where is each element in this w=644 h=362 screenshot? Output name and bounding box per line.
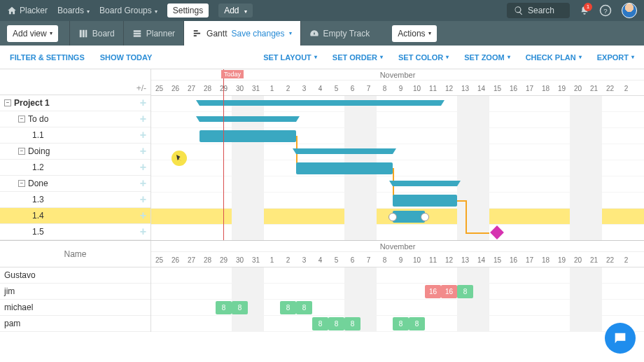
add-task-icon[interactable]: + [140, 225, 146, 238]
day-header: 2 [618, 252, 634, 267]
task-row[interactable]: −To do+ [0, 111, 150, 127]
nav-boards[interactable]: Boards▾ [57, 6, 90, 15]
resource-pane: Name Gustavojimmichaelpam November 25262… [0, 241, 644, 332]
export[interactable]: EXPORT▾ [597, 53, 634, 62]
workload-cell[interactable]: 16 [441, 285, 457, 298]
avatar[interactable] [622, 3, 637, 18]
day-header: 17 [522, 252, 538, 267]
workload-cell[interactable]: 8 [457, 285, 473, 298]
day-header: 18 [538, 81, 554, 96]
show-today[interactable]: SHOW TODAY [100, 53, 153, 62]
notif-badge: 1 [584, 3, 592, 11]
workload-cell[interactable]: 16 [425, 285, 441, 298]
collapse-icon[interactable]: − [4, 99, 11, 106]
task-row[interactable]: −Project 1+ [0, 95, 150, 111]
settings-button[interactable]: Settings [167, 4, 209, 18]
add-task-icon[interactable]: + [140, 161, 146, 174]
task-row[interactable]: 1.4+ [0, 208, 150, 224]
resize-handle[interactable] [388, 213, 397, 221]
check-plan[interactable]: CHECK PLAN▾ [526, 53, 582, 62]
workload-cell[interactable]: 8 [216, 301, 232, 314]
add-task-icon[interactable]: + [140, 129, 146, 141]
set-layout[interactable]: SET LAYOUT▾ [263, 53, 317, 62]
resource-row[interactable]: pam [0, 316, 150, 332]
workload-cell[interactable]: 8 [328, 317, 344, 330]
actions-button[interactable]: Actions ▾ [392, 25, 436, 42]
day-header: 25 [151, 252, 167, 267]
home-link[interactable]: Placker [7, 6, 48, 15]
workload-cell[interactable]: 8 [280, 301, 296, 314]
task-row[interactable]: 1.3+ [0, 192, 150, 208]
day-header: 10 [409, 81, 425, 96]
cursor-highlight [172, 151, 187, 166]
timeline[interactable]: November 2526272829303112345678910111213… [151, 69, 644, 240]
add-view-button[interactable]: Add view ▾ [7, 25, 58, 42]
add-task-icon[interactable]: + [140, 193, 146, 206]
save-changes-link[interactable]: Save changes [231, 29, 284, 39]
add-button[interactable]: Add ▾ [218, 4, 253, 18]
collapse-icon[interactable]: − [18, 180, 25, 187]
task-row[interactable]: 1.2+ [0, 160, 150, 176]
set-zoom[interactable]: SET ZOOM▾ [464, 53, 510, 62]
day-header: 30 [232, 81, 248, 96]
chat-fab[interactable] [605, 323, 636, 354]
resource-row[interactable]: Gustavo [0, 267, 150, 284]
task-row[interactable]: −Done+ [0, 176, 150, 192]
task-bar[interactable] [393, 195, 457, 207]
expand-all[interactable]: +/- [136, 83, 146, 93]
day-header: 20 [570, 81, 586, 96]
task-row[interactable]: 1.1+ [0, 127, 150, 144]
task-row[interactable]: −Doing+ [0, 144, 150, 160]
resize-handle[interactable] [421, 213, 429, 221]
add-task-icon[interactable]: + [140, 97, 146, 109]
search-box[interactable]: Search [507, 3, 570, 18]
search-label: Search [528, 6, 554, 15]
tab-planner[interactable]: Planner [123, 21, 183, 46]
summary-bar[interactable] [393, 181, 457, 186]
add-task-icon[interactable]: + [140, 209, 146, 222]
set-color[interactable]: SET COLOR▾ [398, 53, 449, 62]
add-task-icon[interactable]: + [140, 177, 146, 190]
chat-icon [612, 330, 628, 346]
day-header: 13 [457, 252, 473, 267]
set-order[interactable]: SET ORDER▾ [332, 53, 383, 62]
workload-cell[interactable]: 8 [232, 301, 248, 314]
add-task-icon[interactable]: + [140, 113, 146, 125]
tab-gantt[interactable]: Gantt Save changes ▾ [183, 21, 300, 46]
day-header: 8 [377, 252, 393, 267]
resource-row[interactable]: jim [0, 284, 150, 300]
workload-cell[interactable]: 8 [312, 317, 328, 330]
svg-text:?: ? [603, 7, 608, 15]
help-icon[interactable]: ? [599, 4, 612, 17]
tab-empty-track[interactable]: Empty Track [300, 21, 379, 46]
summary-bar[interactable] [296, 148, 393, 154]
resource-row[interactable]: michael [0, 300, 150, 316]
task-bar[interactable] [200, 130, 296, 142]
day-header: 22 [602, 252, 618, 267]
task-bar[interactable] [296, 162, 393, 174]
collapse-icon[interactable]: − [18, 116, 25, 123]
summary-bar[interactable] [200, 100, 441, 106]
notifications[interactable]: 1 [580, 6, 589, 16]
day-header: 3 [296, 252, 312, 267]
app-name: Placker [20, 6, 48, 15]
day-header: 3 [296, 81, 312, 96]
tab-board[interactable]: Board [69, 21, 123, 46]
day-header: 2 [280, 252, 296, 267]
nav-board-groups[interactable]: Board Groups▾ [99, 6, 158, 15]
workload-cell[interactable]: 8 [296, 301, 312, 314]
filter-settings[interactable]: FILTER & SETTINGS [10, 53, 85, 62]
add-task-icon[interactable]: + [140, 145, 146, 158]
day-header: 1 [264, 252, 280, 267]
day-header: 14 [473, 81, 489, 96]
day-header: 30 [232, 252, 248, 267]
day-header: 10 [409, 252, 425, 267]
day-header: 7 [360, 81, 377, 96]
workload-cell[interactable]: 8 [393, 317, 409, 330]
day-header: 12 [441, 81, 457, 96]
collapse-icon[interactable]: − [18, 148, 25, 155]
workload-cell[interactable]: 8 [344, 317, 360, 330]
workload-cell[interactable]: 8 [409, 317, 425, 330]
task-row[interactable]: 1.5+ [0, 224, 150, 240]
summary-bar[interactable] [200, 116, 296, 122]
